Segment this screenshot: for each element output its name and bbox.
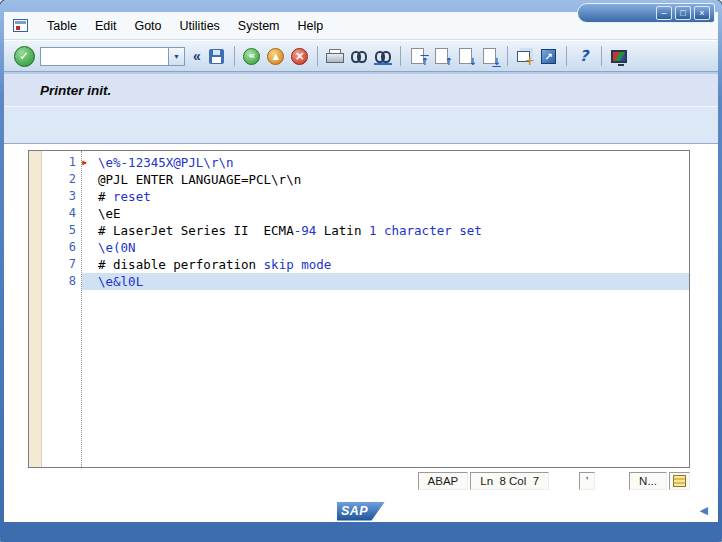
code-segment: \e%-12345X@PJL\r\n <box>98 155 233 170</box>
menu-item-goto[interactable]: Goto <box>126 16 169 36</box>
customize-layout-glyph <box>611 50 627 63</box>
statement-marker-icon: ▶ <box>82 154 87 171</box>
menu-item-table[interactable]: Table <box>39 16 85 36</box>
application-toolbar-empty <box>4 106 718 144</box>
notes-icon <box>673 475 686 487</box>
code-line[interactable]: \e(0N <box>82 239 689 256</box>
line-number: 7 <box>42 256 81 273</box>
cancel-glyph <box>291 48 308 65</box>
find-next-icon[interactable] <box>371 44 395 68</box>
first-page-icon[interactable] <box>406 44 430 68</box>
last-page-glyph <box>481 47 499 65</box>
code-segment: # <box>98 189 113 204</box>
code-segment: -94 <box>294 223 317 238</box>
previous-page-glyph <box>433 47 451 65</box>
sap-logo-text: SAP <box>341 504 368 518</box>
code-line[interactable]: # reset <box>82 188 689 205</box>
new-session-glyph <box>516 47 534 65</box>
page-title: Printer init. <box>40 83 111 98</box>
window-controls: –□× <box>577 3 715 23</box>
main-area: 1▶2345678 \e%-12345X@PJL\r\n@PJL ENTER L… <box>4 144 718 500</box>
back-icon[interactable] <box>240 44 264 68</box>
maximize-button[interactable]: □ <box>675 6 691 20</box>
toolbar-divider <box>507 46 508 66</box>
collapse-command-field-icon[interactable]: « <box>189 48 205 64</box>
code-line[interactable]: \eE <box>82 205 689 222</box>
last-page-icon[interactable] <box>478 44 502 68</box>
toolbar-divider <box>566 46 567 66</box>
status-cursor-position: Ln 8 Col 7 <box>470 472 549 490</box>
find-icon[interactable] <box>347 44 371 68</box>
line-number: 3 <box>42 188 81 205</box>
toolbar-divider <box>601 46 602 66</box>
enter-icon[interactable] <box>12 44 36 68</box>
code-line[interactable]: @PJL ENTER LANGUAGE=PCL\r\n <box>82 171 689 188</box>
help-icon[interactable] <box>572 44 596 68</box>
footer: SAP ◀ <box>4 500 718 522</box>
enter-glyph <box>14 46 35 67</box>
menu-item-utilities[interactable]: Utilities <box>172 16 228 36</box>
editor-code[interactable]: \e%-12345X@PJL\r\n@PJL ENTER LANGUAGE=PC… <box>82 151 689 467</box>
code-segment: # disable perforation <box>98 257 264 272</box>
line-number: 2 <box>42 171 81 188</box>
sap-logo: SAP <box>337 502 385 521</box>
command-dropdown-icon[interactable]: ▼ <box>168 47 185 66</box>
code-line[interactable]: # LaserJet Series II ECMA-94 Latin 1 cha… <box>82 222 689 239</box>
menu-item-edit[interactable]: Edit <box>87 16 125 36</box>
next-page-icon[interactable] <box>454 44 478 68</box>
system-menu-icon[interactable] <box>13 19 28 32</box>
command-input[interactable] <box>40 47 168 66</box>
exit-glyph <box>267 48 284 65</box>
sap-gui-window: –□× TableEditGotoUtilitiesSystemHelp ▼« … <box>0 0 722 542</box>
back-glyph <box>243 48 260 65</box>
menu-items: TableEditGotoUtilitiesSystemHelp <box>39 16 333 36</box>
command-field: ▼ <box>40 47 185 66</box>
code-segment: 1 character set <box>369 223 482 238</box>
customize-layout-icon[interactable] <box>607 44 631 68</box>
save-glyph <box>209 49 224 64</box>
code-segment: # LaserJet Series II ECMA <box>98 223 294 238</box>
status-notes-box[interactable] <box>669 472 690 490</box>
next-page-glyph <box>457 47 475 65</box>
save-icon[interactable] <box>205 44 229 68</box>
previous-page-icon[interactable] <box>430 44 454 68</box>
toolbar-divider <box>400 46 401 66</box>
help-glyph <box>575 47 593 65</box>
line-number: 8 <box>42 273 81 290</box>
find-next-glyph <box>374 47 392 65</box>
code-segment: Latin <box>316 223 369 238</box>
window-body: TableEditGotoUtilitiesSystemHelp ▼« Prin… <box>4 12 718 522</box>
find-glyph <box>350 47 368 65</box>
code-segment: reset <box>113 189 151 204</box>
first-page-glyph <box>409 47 427 65</box>
close-button[interactable]: × <box>694 6 710 20</box>
code-line[interactable]: \e%-12345X@PJL\r\n <box>82 154 689 171</box>
status-language: ABAP <box>418 472 469 490</box>
line-number: 5 <box>42 222 81 239</box>
menu-item-help[interactable]: Help <box>290 16 332 36</box>
code-line[interactable]: \e&l0L <box>82 273 689 290</box>
menu-item-system[interactable]: System <box>230 16 288 36</box>
footer-collapse-icon[interactable]: ◀ <box>700 504 708 517</box>
print-icon[interactable] <box>323 44 347 68</box>
print-glyph <box>326 49 344 64</box>
new-session-icon[interactable] <box>513 44 537 68</box>
create-shortcut-glyph <box>541 49 556 64</box>
application-header: Printer init. <box>4 72 718 106</box>
line-number: 1▶ <box>42 154 81 171</box>
code-segment: \eE <box>98 206 121 221</box>
line-number: 6 <box>42 239 81 256</box>
cancel-icon[interactable] <box>288 44 312 68</box>
code-segment: @PJL ENTER LANGUAGE=PCL\r\n <box>98 172 301 187</box>
exit-icon[interactable] <box>264 44 288 68</box>
code-line[interactable]: # disable perforation skip mode <box>82 256 689 273</box>
status-notification: N... <box>629 472 667 490</box>
create-shortcut-icon[interactable] <box>537 44 561 68</box>
line-number: 4 <box>42 205 81 222</box>
code-segment: \e&l0L <box>98 274 143 289</box>
toolbar-divider <box>234 46 235 66</box>
code-segment: \e(0N <box>98 240 136 255</box>
minimize-button[interactable]: – <box>656 6 672 20</box>
code-segment: skip mode <box>264 257 332 272</box>
editor-gutter: 1▶2345678 <box>42 151 82 467</box>
